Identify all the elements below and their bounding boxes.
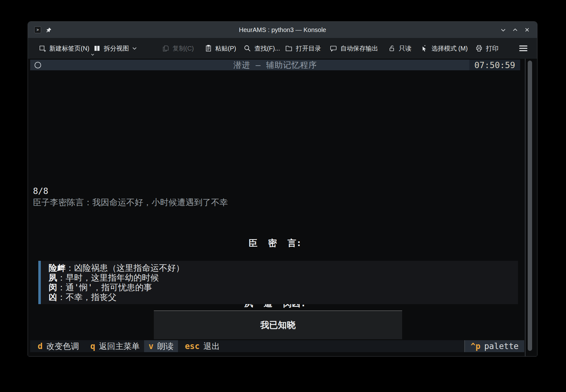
annotation-line: 夙：早时，这里指年幼的时候	[49, 273, 518, 282]
binding-label: 改变色调	[46, 341, 79, 352]
split-view-button[interactable]: 拆分视图	[93, 44, 137, 53]
print-label: 打印	[486, 44, 499, 53]
binding-key: esc	[185, 341, 200, 351]
app-title: 潜进 – 辅助记忆程序	[30, 60, 520, 71]
output-monitor-icon	[330, 45, 337, 52]
find-label: 查找(F)...	[254, 44, 280, 53]
annotation-line: 险衅：凶险祸患（这里指命运不好）	[49, 263, 518, 273]
paste-button[interactable]: 粘贴(P)	[205, 44, 236, 53]
titlebar[interactable]: > HeurAMS : python3 — Konsole	[28, 22, 537, 38]
binding-label: 朗读	[157, 341, 174, 352]
select-mode-button[interactable]: 选择模式 (M)	[421, 44, 468, 53]
new-tab-button[interactable]: 新建标签页(N)	[39, 44, 89, 53]
translation-line: 臣子李密陈言：我因命运不好，小时候遭遇到了不幸	[33, 197, 228, 208]
new-tab-icon	[39, 45, 46, 52]
binding-label: palette	[484, 341, 519, 351]
read-only-label: 只读	[399, 44, 411, 53]
binding-label: 退出	[203, 341, 220, 352]
hamburger-menu-icon[interactable]	[519, 45, 528, 52]
konsole-window: > HeurAMS : python3 — Konsole	[28, 21, 537, 357]
binding-quit[interactable]: esc 退出	[181, 340, 224, 352]
scrollbar-track	[525, 59, 526, 356]
annotation-text: ：凶险祸患（这里指命运不好）	[66, 263, 184, 273]
find-button[interactable]: 查找(F)...	[244, 44, 280, 53]
new-tab-menu-arrow-icon[interactable]	[91, 53, 94, 56]
paste-icon	[205, 45, 212, 52]
binding-change-theme[interactable]: d 改变色调	[33, 340, 84, 352]
binding-palette[interactable]: ^p palette	[465, 340, 524, 352]
toolbar: 新建标签页(N) 拆分视图	[28, 38, 537, 59]
annotation-box: 险衅：凶险祸患（这里指命运不好） 夙：早时，这里指年幼的时候 闵：通'悯'，指可…	[38, 261, 518, 304]
window-title: HeurAMS : python3 — Konsole	[28, 26, 537, 34]
terminal-viewport[interactable]: 潜进 – 辅助记忆程序 07:50:59 8/8 臣子李密陈言：我因命运不好，小…	[28, 59, 537, 356]
acknowledge-button[interactable]: 我已知晓	[154, 310, 402, 339]
key-bindings-footer: d 改变色调 q 返回主菜单 v 朗读 esc 退出 ^p	[30, 340, 524, 352]
cursor-arrow-icon	[421, 45, 428, 52]
binding-label: 返回主菜单	[99, 341, 140, 352]
autosave-output-label: 自动保存输出	[340, 44, 378, 53]
folder-icon	[285, 45, 293, 52]
verse-line: 臣 密 言:	[30, 238, 520, 248]
binding-key: v	[148, 341, 154, 351]
open-directory-button[interactable]: 打开目录	[285, 44, 321, 53]
annotation-term: 闵	[49, 282, 57, 292]
chevron-down-icon	[132, 47, 137, 50]
new-tab-label: 新建标签页(N)	[49, 44, 89, 53]
search-icon	[244, 45, 251, 52]
annotation-text: ：通'悯'，指可忧患的事	[57, 282, 152, 292]
split-view-icon	[93, 45, 101, 52]
open-directory-label: 打开目录	[296, 44, 321, 53]
binding-main-menu[interactable]: q 返回主菜单	[86, 340, 144, 352]
annotation-term: 夙	[49, 273, 57, 282]
autosave-output-button[interactable]: 自动保存输出	[330, 44, 378, 53]
binding-key: d	[38, 341, 43, 351]
binding-key: ^p	[471, 341, 480, 351]
annotation-text: ：早时，这里指年幼的时候	[57, 273, 159, 282]
read-only-button[interactable]: 只读	[388, 44, 411, 53]
binding-key: q	[90, 341, 95, 351]
scrollbar-thumb[interactable]	[528, 61, 532, 351]
binding-read-aloud[interactable]: v 朗读	[144, 340, 178, 352]
copy-label: 复制(C)	[173, 44, 194, 53]
progress-counter: 8/8	[33, 186, 48, 196]
copy-icon	[162, 45, 170, 52]
annotation-line: 闵：通'悯'，指可忧患的事	[49, 282, 518, 292]
print-button[interactable]: 打印	[475, 44, 499, 53]
paste-label: 粘贴(P)	[215, 44, 236, 53]
tui-header: 潜进 – 辅助记忆程序 07:50:59	[30, 60, 520, 70]
annotation-term: 险衅	[49, 263, 66, 273]
desktop: > HeurAMS : python3 — Konsole	[0, 0, 566, 392]
unlock-icon	[388, 45, 396, 52]
select-mode-label: 选择模式 (M)	[431, 44, 468, 53]
copy-button: 复制(C)	[162, 44, 194, 53]
annotation-line: 凶：不幸，指丧父	[49, 292, 518, 302]
clock: 07:50:59	[469, 60, 520, 70]
printer-icon	[475, 45, 483, 52]
annotation-term: 凶	[49, 292, 57, 302]
annotation-text: ：不幸，指丧父	[57, 292, 116, 302]
split-view-label: 拆分视图	[104, 44, 129, 53]
